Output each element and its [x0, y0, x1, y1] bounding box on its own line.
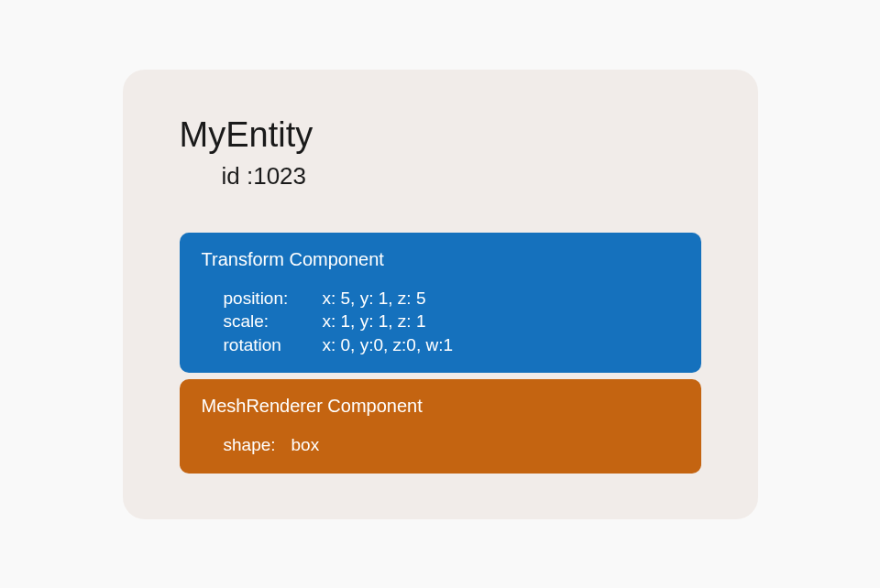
prop-position-value: x: 5, y: 1, z: 5 [323, 287, 426, 310]
prop-scale-value: x: 1, y: 1, z: 1 [323, 310, 426, 333]
prop-position: position: x: 5, y: 1, z: 5 [224, 287, 679, 310]
prop-rotation: rotation x: 0, y:0, z:0, w:1 [224, 333, 679, 357]
prop-rotation-label: rotation [224, 333, 323, 357]
prop-scale: scale: x: 1, y: 1, z: 1 [224, 310, 679, 333]
entity-id: id :1023 [222, 162, 701, 191]
transform-component-title: Transform Component [202, 249, 679, 270]
prop-scale-label: scale: [224, 310, 323, 333]
meshrenderer-component: MeshRenderer Component shape: box [180, 379, 701, 474]
prop-position-label: position: [224, 287, 323, 310]
prop-shape: shape: box [224, 433, 679, 457]
entity-name: MyEntity [180, 115, 701, 155]
entity-id-value: 1023 [253, 162, 306, 190]
entity-id-label: id : [222, 162, 254, 190]
meshrenderer-props: shape: box [202, 433, 679, 457]
prop-shape-label: shape: [224, 433, 292, 457]
prop-rotation-value: x: 0, y:0, z:0, w:1 [323, 333, 454, 357]
transform-props: position: x: 5, y: 1, z: 5 scale: x: 1, … [202, 287, 679, 357]
transform-component: Transform Component position: x: 5, y: 1… [180, 233, 701, 374]
prop-shape-value: box [292, 433, 320, 457]
entity-card: MyEntity id :1023 Transform Component po… [123, 70, 758, 519]
meshrenderer-component-title: MeshRenderer Component [202, 396, 679, 417]
